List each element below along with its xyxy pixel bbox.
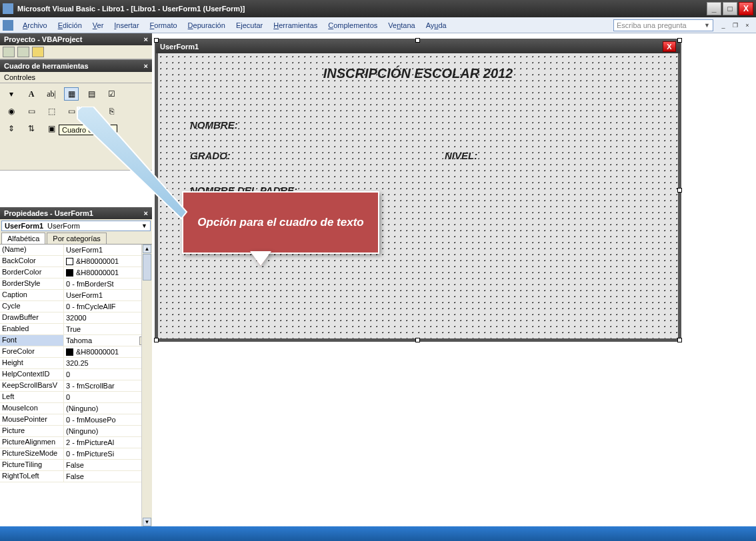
combobox-tool-icon[interactable]: ▦	[64, 87, 79, 101]
properties-grid[interactable]: ▲ ▼ (Name)UserForm1BackColor&H80000001Bo…	[0, 244, 152, 526]
menu-ejecutar[interactable]: Ejecutar	[231, 20, 268, 31]
property-row[interactable]: Picture(Ninguno)	[0, 426, 152, 437]
property-value[interactable]: UserForm1	[64, 290, 152, 300]
property-row[interactable]: CaptionUserForm1	[0, 290, 152, 301]
properties-object-selector[interactable]: UserForm1 UserForm ▼	[1, 221, 151, 231]
listbox-tool-icon[interactable]: ▤	[84, 87, 99, 101]
property-row[interactable]: FontTahoma...	[0, 335, 152, 346]
scrollbar[interactable]: ▲ ▼	[141, 245, 152, 526]
scroll-thumb[interactable]	[143, 254, 151, 280]
property-value[interactable]: &H80000001	[64, 267, 152, 278]
form-designer[interactable]: UserForm1 X INSCRIPCIÓN ESCOLAR 2012 NOM…	[152, 33, 756, 526]
close-icon[interactable]: ×	[144, 62, 148, 70]
property-row[interactable]: Cycle0 - fmCycleAllF	[0, 301, 152, 312]
menu-edicion[interactable]: Edición	[53, 20, 87, 31]
property-value[interactable]: False	[64, 471, 152, 482]
mdi-minimize[interactable]: _	[718, 21, 729, 30]
checkbox-tool-icon[interactable]: ☑	[104, 87, 119, 101]
property-value[interactable]: &H80000001	[64, 346, 152, 357]
scroll-down-icon[interactable]: ▼	[143, 518, 151, 526]
property-row[interactable]: Left0	[0, 392, 152, 403]
property-row[interactable]: PictureAlignmen2 - fmPictureAl	[0, 437, 152, 448]
property-value[interactable]: 32000	[64, 312, 152, 323]
resize-handle[interactable]	[677, 188, 682, 193]
menu-depuracion[interactable]: Depuración	[183, 20, 231, 31]
menu-formato[interactable]: Formato	[145, 20, 183, 31]
spinbutton-tool-icon[interactable]: ⇅	[24, 122, 39, 135]
menu-herramientas[interactable]: Herramientas	[268, 20, 323, 31]
property-value[interactable]: True	[64, 324, 152, 334]
property-row[interactable]: DrawBuffer32000	[0, 312, 152, 324]
tab-categorias[interactable]: Por categorías	[47, 233, 107, 244]
frame-tool-icon[interactable]: ⬚	[44, 105, 59, 118]
userform-close-icon[interactable]: X	[663, 41, 676, 52]
pointer-tool-icon[interactable]: ▾	[4, 87, 19, 101]
scrollbar-tool-icon[interactable]: ⇕	[4, 122, 19, 135]
folder-icon[interactable]	[32, 47, 44, 57]
property-value[interactable]: 0 - fmBorderSt	[64, 278, 152, 289]
property-value[interactable]: (Ninguno)	[64, 403, 152, 414]
resize-handle[interactable]	[415, 38, 420, 43]
label-tool-icon[interactable]: A	[24, 87, 39, 101]
property-row[interactable]: KeepScrollBarsV3 - fmScrollBar	[0, 380, 152, 392]
minimize-button[interactable]: _	[707, 2, 721, 15]
multipage-tool-icon[interactable]: ⎘	[104, 105, 119, 118]
menu-archivo[interactable]: Archivo	[17, 20, 53, 31]
toolbox-tab-controles[interactable]: Controles	[0, 72, 152, 83]
property-row[interactable]: MousePointer0 - fmMousePo	[0, 414, 152, 426]
commandbutton-tool-icon[interactable]: ▭	[64, 105, 79, 118]
resize-handle[interactable]	[154, 338, 159, 342]
view-code-icon[interactable]	[3, 47, 15, 57]
menu-ver[interactable]: Ver	[87, 20, 109, 31]
property-value[interactable]: Tahoma...	[64, 335, 152, 346]
userform-canvas[interactable]: UserForm1 X INSCRIPCIÓN ESCOLAR 2012 NOM…	[155, 39, 681, 342]
property-value[interactable]: 0 - fmPictureSi	[64, 448, 152, 459]
tab-alfabetica[interactable]: Alfabética	[1, 233, 45, 244]
resize-handle[interactable]	[154, 38, 159, 43]
maximize-button[interactable]: □	[723, 2, 737, 15]
menu-ayuda[interactable]: Ayuda	[421, 20, 452, 31]
property-row[interactable]: Height320.25	[0, 358, 152, 369]
property-row[interactable]: BorderColor&H80000001	[0, 267, 152, 278]
menu-ventana[interactable]: Ventana	[383, 20, 420, 31]
scroll-up-icon[interactable]: ▲	[143, 245, 151, 253]
property-value[interactable]: 0 - fmMousePo	[64, 414, 152, 425]
resize-handle[interactable]	[415, 338, 420, 342]
resize-handle[interactable]	[677, 38, 682, 43]
resize-handle[interactable]	[154, 188, 159, 193]
property-row[interactable]: PictureSizeMode0 - fmPictureSi	[0, 448, 152, 460]
resize-handle[interactable]	[677, 338, 682, 342]
property-value[interactable]: UserForm1	[64, 245, 152, 255]
property-row[interactable]: HelpContextID0	[0, 369, 152, 380]
property-value[interactable]: 320.25	[64, 358, 152, 368]
property-value[interactable]: 0	[64, 369, 152, 380]
close-icon[interactable]: ×	[144, 35, 148, 43]
property-row[interactable]: RightToLeftFalse	[0, 471, 152, 482]
textbox-tool-icon[interactable]: ab|	[44, 87, 59, 101]
optionbutton-tool-icon[interactable]: ◉	[4, 105, 19, 118]
property-row[interactable]: ForeColor&H80000001	[0, 346, 152, 358]
property-value[interactable]: False	[64, 460, 152, 470]
mdi-close[interactable]: ×	[742, 21, 753, 30]
property-row[interactable]: (Name)UserForm1	[0, 245, 152, 256]
property-value[interactable]: &H80000001	[64, 256, 152, 267]
tabstrip-tool-icon[interactable]: ⎕	[84, 105, 99, 118]
menu-insertar[interactable]: Insertar	[109, 20, 144, 31]
property-row[interactable]: BackColor&H80000001	[0, 256, 152, 267]
menu-complementos[interactable]: Complementos	[323, 20, 383, 31]
help-search-input[interactable]: Escriba una pregunta ▼	[613, 19, 713, 31]
property-value[interactable]: (Ninguno)	[64, 426, 152, 436]
property-row[interactable]: EnabledTrue	[0, 324, 152, 335]
property-value[interactable]: 0	[64, 392, 152, 402]
property-row[interactable]: BorderStyle0 - fmBorderSt	[0, 278, 152, 290]
property-row[interactable]: PictureTilingFalse	[0, 460, 152, 471]
image-tool-icon[interactable]: ▣	[44, 122, 59, 135]
property-value[interactable]: 2 - fmPictureAl	[64, 437, 152, 448]
property-value[interactable]: 3 - fmScrollBar	[64, 380, 152, 391]
togglebutton-tool-icon[interactable]: ▭	[24, 105, 39, 118]
property-row[interactable]: MouseIcon(Ninguno)	[0, 403, 152, 414]
view-object-icon[interactable]	[17, 47, 29, 57]
mdi-restore[interactable]: ❐	[730, 21, 741, 30]
close-icon[interactable]: ×	[144, 209, 148, 217]
property-value[interactable]: 0 - fmCycleAllF	[64, 301, 152, 312]
